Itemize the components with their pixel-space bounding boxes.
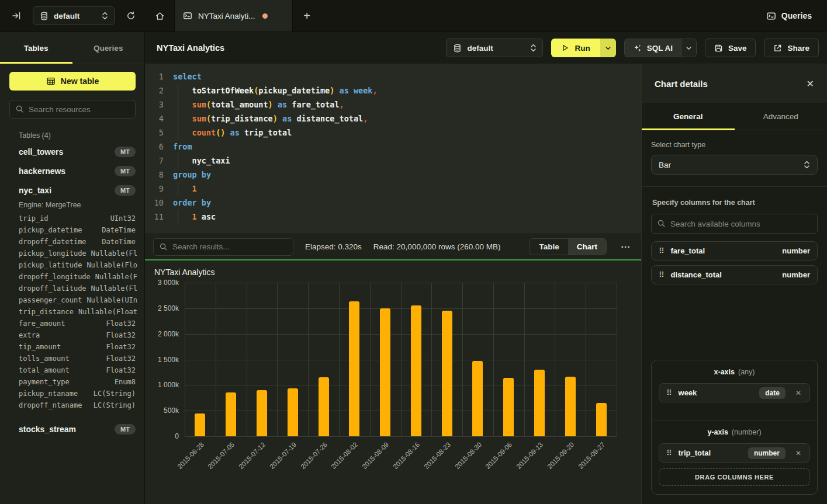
code-line[interactable]: 7 nyc_taxi <box>145 154 641 168</box>
chart-type-select[interactable]: Bar <box>651 155 818 175</box>
database-selector[interactable]: default <box>33 6 115 25</box>
new-tab-button[interactable]: + <box>293 0 321 32</box>
bar[interactable] <box>442 311 452 436</box>
column-row[interactable]: pickup_datetimeDateTime <box>0 224 144 236</box>
sql-ai-options-button[interactable] <box>681 39 697 57</box>
collapse-sidebar-button[interactable] <box>8 8 25 24</box>
bar[interactable] <box>257 390 267 436</box>
table-row[interactable]: cell_towersMT <box>0 142 144 161</box>
column-row[interactable]: extraFloat32 <box>0 329 144 341</box>
sql-token: nyc_taxi <box>173 156 230 165</box>
bar[interactable] <box>534 370 545 436</box>
bar[interactable] <box>503 378 514 436</box>
sql-ai-button[interactable]: SQL AI <box>624 39 681 57</box>
line-number: 3 <box>145 98 164 112</box>
share-label: Share <box>787 44 809 53</box>
column-row[interactable]: dropoff_datetimeDateTime <box>0 236 144 248</box>
tab-general[interactable]: General <box>642 103 735 130</box>
column-type: Float32 <box>106 329 136 341</box>
drag-handle-icon[interactable]: ⠿ <box>666 388 672 397</box>
x-axis-section: x-axis(any) ⠿weekdate✕ <box>652 360 817 420</box>
column-row[interactable]: fare_amountFloat32 <box>0 318 144 329</box>
bar[interactable] <box>319 377 329 436</box>
column-row[interactable]: trip_distanceNullable(Float <box>0 306 144 318</box>
code-line[interactable]: 9 1 <box>145 182 641 196</box>
sidebar-search-input[interactable] <box>9 100 136 119</box>
column-row[interactable]: dropoff_longitudeNullable(F <box>0 271 144 283</box>
table-row[interactable]: nyc_taxiMT <box>0 180 144 200</box>
bar[interactable] <box>472 361 483 436</box>
new-table-button[interactable]: New table <box>9 72 136 91</box>
save-button[interactable]: Save <box>705 39 756 57</box>
code-line[interactable]: 1select <box>145 69 641 84</box>
column-row[interactable]: tolls_amountFloat32 <box>0 353 144 364</box>
drag-handle-icon[interactable]: ⠿ <box>666 449 672 457</box>
column-row[interactable]: pickup_longitudeNullable(Fl <box>0 248 144 259</box>
code-line[interactable]: 4 sum(trip_distance) as distance_total, <box>145 112 641 126</box>
code-line[interactable]: 8group by <box>145 168 641 182</box>
code-line[interactable]: 3 sum(total_amount) as fare_total, <box>145 98 641 112</box>
code-line[interactable]: 6from <box>145 140 641 154</box>
drag-columns-drop-zone[interactable]: DRAG COLUMNS HERE <box>659 468 810 486</box>
drag-handle-icon[interactable]: ⠿ <box>659 246 665 255</box>
share-button[interactable]: Share <box>764 39 819 57</box>
column-row[interactable]: tip_amountFloat32 <box>0 341 144 353</box>
column-row[interactable]: dropoff_ntanameLC(String) <box>0 399 144 411</box>
column-row[interactable]: pickup_ntanameLC(String) <box>0 388 144 399</box>
code-line[interactable]: 10order by <box>145 196 641 210</box>
sidebar-tab-queries[interactable]: Queries <box>72 32 145 64</box>
table-row[interactable]: hackernewsMT <box>0 161 144 180</box>
axis-column-chip[interactable]: ⠿weekdate✕ <box>659 383 810 402</box>
drag-handle-icon[interactable]: ⠿ <box>659 270 665 279</box>
sql-editor[interactable]: 1select2 toStartOfWeek(pickup_datetime) … <box>145 64 641 234</box>
columns-search-input[interactable] <box>651 214 818 234</box>
collapse-sidebar-icon <box>12 11 21 20</box>
queries-button[interactable]: Queries <box>766 11 812 21</box>
sidebar-tab-tables[interactable]: Tables <box>0 32 72 64</box>
tab-nytaxi-analytics[interactable]: NYTaxi Analyti... <box>174 0 293 32</box>
close-icon[interactable]: ✕ <box>807 78 814 89</box>
more-options-button[interactable]: ⋯ <box>618 241 633 252</box>
column-row[interactable]: total_amountFloat32 <box>0 364 144 376</box>
refresh-button[interactable] <box>123 8 139 24</box>
sql-token: distance_total <box>296 114 363 123</box>
query-database-selector[interactable]: default <box>446 39 543 57</box>
bar[interactable] <box>565 377 576 436</box>
view-toggle-chart[interactable]: Chart <box>568 239 606 255</box>
column-row[interactable]: trip_idUInt32 <box>0 213 144 224</box>
column-row[interactable]: passenger_countNullable(UIn <box>0 294 144 306</box>
sql-token <box>173 128 192 137</box>
sql-token: sum <box>192 114 206 123</box>
available-column-chip[interactable]: ⠿distance_totalnumber <box>651 265 818 284</box>
column-row[interactable]: payment_typeEnum8 <box>0 376 144 388</box>
remove-column-icon[interactable]: ✕ <box>794 449 802 457</box>
sidebar-content[interactable]: New table Tables (4) cell_towersMThacker… <box>0 64 144 504</box>
run-label: Run <box>575 44 590 53</box>
view-toggle-table[interactable]: Table <box>530 239 568 255</box>
column-row[interactable]: pickup_latitudeNullable(Flo <box>0 259 144 271</box>
x-tick-text: 2015-08-23 <box>423 441 452 470</box>
bar[interactable] <box>226 392 236 436</box>
results-search-input[interactable] <box>153 238 293 256</box>
bar[interactable] <box>195 413 205 436</box>
results-toolbar: Elapsed: 0.320s Read: 20,000,000 rows (2… <box>145 234 641 260</box>
available-column-chip[interactable]: ⠿fare_totalnumber <box>651 241 818 260</box>
home-button[interactable] <box>145 0 174 32</box>
code-line[interactable]: 2 toStartOfWeek(pickup_datetime) as week… <box>145 84 641 98</box>
bar[interactable] <box>349 301 359 436</box>
bar[interactable] <box>288 388 298 436</box>
database-icon <box>453 44 462 53</box>
run-button[interactable]: Run <box>551 39 600 57</box>
column-row[interactable]: dropoff_latitudeNullable(Fl <box>0 283 144 294</box>
code-line[interactable]: 5 count() as trip_total <box>145 126 641 140</box>
code-line[interactable]: 11 1 asc <box>145 210 641 224</box>
bar[interactable] <box>596 403 607 436</box>
axis-column-chip[interactable]: ⠿trip_totalnumber✕ <box>659 443 810 463</box>
column-name: pickup_latitude <box>19 259 82 271</box>
bar[interactable] <box>380 308 390 436</box>
tab-advanced[interactable]: Advanced <box>735 103 827 130</box>
remove-column-icon[interactable]: ✕ <box>794 389 802 397</box>
table-row[interactable]: stocks_streamMT <box>0 419 144 439</box>
bar[interactable] <box>411 305 421 436</box>
run-options-button[interactable] <box>600 39 616 57</box>
